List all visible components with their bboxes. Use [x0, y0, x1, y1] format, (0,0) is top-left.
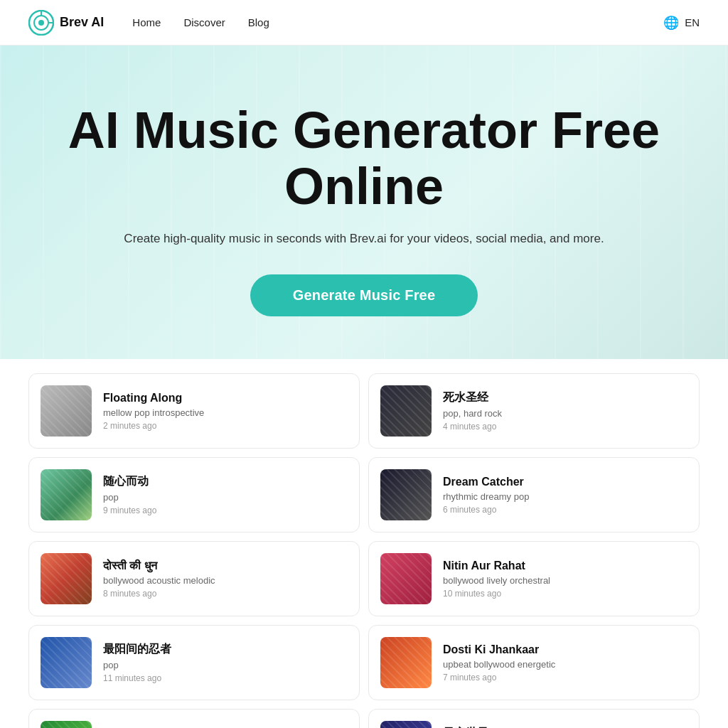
nav-home[interactable]: Home	[132, 16, 161, 28]
music-time: 10 minutes ago	[443, 589, 687, 599]
music-card[interactable]: 最阳间的忍者 pop 11 minutes ago	[28, 625, 360, 700]
music-thumbnail	[41, 637, 92, 688]
music-thumbnail	[380, 553, 432, 604]
music-thumbnail	[41, 553, 92, 604]
music-card[interactable]: 早安世界 lively pop 12 minutes ago	[368, 709, 700, 728]
music-time: 8 minutes ago	[103, 589, 348, 599]
music-card[interactable]: Floating Along mellow pop introspective …	[28, 373, 360, 449]
music-title: 随心而动	[103, 474, 348, 489]
music-thumbnail	[41, 469, 92, 520]
music-info: Dosti Ki Jhankaar upbeat bollywood energ…	[443, 643, 687, 682]
nav-links: Home Discover Blog	[132, 16, 269, 28]
music-time: 6 minutes ago	[443, 505, 687, 515]
nav-discover[interactable]: Discover	[183, 16, 225, 28]
music-info: 死水圣经 pop, hard rock 4 minutes ago	[443, 390, 687, 432]
music-genre: mellow pop introspective	[103, 407, 348, 418]
music-section: Floating Along mellow pop introspective …	[0, 359, 728, 728]
navbar: Brev AI Home Discover Blog 🌐 EN	[0, 0, 728, 46]
music-thumbnail	[380, 721, 432, 728]
music-card[interactable]: दोस्ती की धुन bollywood acoustic melodic…	[28, 541, 360, 616]
hero-title: AI Music Generator Free Online	[28, 102, 700, 215]
music-info: 最阳间的忍者 pop 11 minutes ago	[103, 642, 348, 683]
music-info: दोस्ती की धुन bollywood acoustic melodic…	[103, 560, 348, 599]
music-time: 11 minutes ago	[103, 673, 348, 683]
svg-point-2	[38, 20, 44, 26]
music-genre: upbeat bollywood energetic	[443, 659, 687, 670]
music-title: 死水圣经	[443, 390, 687, 405]
music-time: 7 minutes ago	[443, 673, 687, 682]
logo-icon	[28, 10, 54, 36]
music-thumbnail	[41, 721, 92, 728]
logo-link[interactable]: Brev AI	[28, 10, 104, 36]
language-label: EN	[685, 16, 700, 28]
music-grid: Floating Along mellow pop introspective …	[28, 373, 700, 728]
hero-section: AI Music Generator Free Online Create hi…	[0, 46, 728, 359]
music-time: 2 minutes ago	[103, 421, 348, 431]
music-time: 4 minutes ago	[443, 422, 687, 432]
music-title: Floating Along	[103, 392, 348, 405]
generate-button[interactable]: Generate Music Free	[250, 274, 478, 316]
nav-blog[interactable]: Blog	[248, 16, 269, 28]
music-thumbnail	[380, 637, 432, 688]
music-thumbnail	[41, 385, 92, 437]
music-info: Dream Catcher rhythmic dreamy pop 6 minu…	[443, 476, 687, 515]
logo-text: Brev AI	[60, 15, 104, 30]
music-title: दोस्ती की धुन	[103, 560, 348, 572]
language-icon: 🌐	[663, 15, 679, 31]
music-title: Nitin Aur Rahat	[443, 560, 687, 572]
music-card[interactable]: 死水圣经 pop, hard rock 4 minutes ago	[368, 373, 700, 449]
music-genre: pop	[103, 660, 348, 670]
music-genre: pop	[103, 492, 348, 503]
music-title: Dosti Ki Jhankaar	[443, 643, 687, 656]
music-time: 9 minutes ago	[103, 505, 348, 515]
music-info: Floating Along mellow pop introspective …	[103, 392, 348, 431]
music-title: 最阳间的忍者	[103, 642, 348, 657]
music-info: 随心而动 pop 9 minutes ago	[103, 474, 348, 515]
music-card[interactable]: نفال الشعب راپ اندفاعي ثاري 12 minutes a…	[28, 709, 360, 728]
music-genre: bollywood acoustic melodic	[103, 575, 348, 586]
music-title: Dream Catcher	[443, 476, 687, 488]
hero-subtitle: Create high-quality music in seconds wit…	[28, 232, 700, 246]
music-card[interactable]: 随心而动 pop 9 minutes ago	[28, 457, 360, 532]
music-genre: rhythmic dreamy pop	[443, 491, 687, 502]
music-genre: pop, hard rock	[443, 408, 687, 419]
music-thumbnail	[380, 385, 432, 437]
music-card[interactable]: Dosti Ki Jhankaar upbeat bollywood energ…	[368, 625, 700, 700]
music-card[interactable]: Dream Catcher rhythmic dreamy pop 6 minu…	[368, 457, 700, 532]
language-selector[interactable]: 🌐 EN	[663, 15, 700, 31]
music-card[interactable]: Nitin Aur Rahat bollywood lively orchest…	[368, 541, 700, 616]
music-info: Nitin Aur Rahat bollywood lively orchest…	[443, 560, 687, 599]
music-genre: bollywood lively orchestral	[443, 575, 687, 586]
music-thumbnail	[380, 469, 432, 520]
